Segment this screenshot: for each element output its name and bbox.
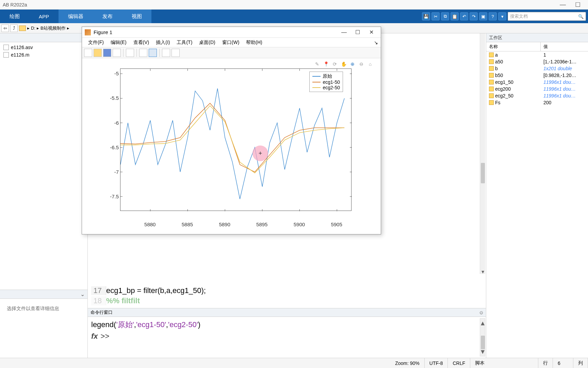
- cmdwin-scrollbar[interactable]: ▴ ▾: [480, 318, 485, 356]
- menu-help[interactable]: 帮助(H): [243, 38, 265, 47]
- panel-menu-icon[interactable]: ⊙: [479, 310, 483, 315]
- file-icon: [3, 45, 9, 50]
- zoomout-icon[interactable]: ⊖: [358, 60, 365, 68]
- workspace-row[interactable]: b50[0.9828,-1.20…: [486, 72, 588, 79]
- variable-icon: [489, 87, 494, 91]
- dropdown-icon[interactable]: ▾: [498, 12, 506, 20]
- figure-titlebar[interactable]: Figure 1 ― ☐ ✕: [82, 27, 381, 38]
- datatip-icon[interactable]: 📍: [322, 60, 330, 68]
- menu-view[interactable]: 查看(V): [130, 38, 153, 47]
- undo-icon[interactable]: ↶: [460, 12, 468, 20]
- maximize-button[interactable]: ☐: [351, 29, 364, 35]
- workspace-row[interactable]: ecg20011996x1 dou…: [486, 86, 588, 92]
- tab-editor[interactable]: 编辑器: [59, 10, 93, 23]
- menu-insert[interactable]: 插入(I): [152, 38, 173, 47]
- open-icon[interactable]: [94, 49, 102, 57]
- variable-icon: [489, 100, 494, 105]
- save-icon[interactable]: [103, 49, 111, 57]
- path-drive[interactable]: D:: [31, 26, 35, 31]
- menu-tools[interactable]: 工具(T): [173, 38, 196, 47]
- plot-area[interactable]: ✎ 📍 ⟳ ✋ ⊕ ⊖ ⌂ 原始 ecg1-50 ecg2-50 + -5-5.…: [82, 58, 381, 234]
- legend-item: 原始: [323, 73, 332, 79]
- workspace-row[interactable]: a1: [486, 51, 588, 58]
- file-list[interactable]: e1126.asv e1126.m: [0, 42, 87, 290]
- menu-file[interactable]: 文件(F): [85, 38, 107, 47]
- editor-scrollbar[interactable]: ▾: [480, 33, 485, 274]
- folder-icon[interactable]: [19, 26, 26, 31]
- scroll-down-icon[interactable]: ▾: [480, 347, 485, 356]
- y-tick-label: -6: [102, 120, 119, 125]
- command-window[interactable]: legend('原始','ecg1-50','ecg2-50') fx >> ▴…: [88, 317, 486, 358]
- paste-icon[interactable]: 📋: [451, 12, 459, 20]
- tab-view[interactable]: 视图: [122, 10, 151, 23]
- menu-window[interactable]: 窗口(W): [219, 38, 243, 47]
- y-tick-label: -5: [102, 71, 119, 76]
- col-value[interactable]: 值: [541, 42, 588, 51]
- workspace-row[interactable]: b1x201 double: [486, 65, 588, 72]
- code-line[interactable]: 18 %% filtfilt: [88, 296, 480, 306]
- status-eol: CRLF: [448, 358, 470, 368]
- cut-icon[interactable]: ✂: [431, 12, 440, 20]
- print-icon[interactable]: [113, 49, 121, 57]
- tab-app[interactable]: APP: [29, 10, 59, 23]
- nav-up-icon[interactable]: ⤴: [10, 25, 18, 32]
- col-name[interactable]: 名称: [486, 42, 541, 51]
- tab-publish[interactable]: 发布: [93, 10, 122, 23]
- link-icon[interactable]: [126, 49, 134, 57]
- menu-desktop[interactable]: 桌面(D): [196, 38, 218, 47]
- nav-back-icon[interactable]: ⇦: [1, 25, 9, 32]
- pointer-icon[interactable]: [162, 49, 170, 57]
- clipboard-icon[interactable]: ▣: [479, 12, 487, 20]
- grid1-icon[interactable]: [139, 49, 147, 57]
- workspace-row[interactable]: Fs200: [486, 99, 588, 106]
- inspector-icon[interactable]: [172, 49, 180, 57]
- grid2-icon[interactable]: [149, 49, 157, 57]
- axes[interactable]: 原始 ecg1-50 ecg2-50 +: [120, 68, 352, 211]
- file-icon: [3, 52, 9, 58]
- var-name: b: [495, 66, 498, 71]
- code-line[interactable]: 17 ecg1_bp = filter(b,a,ecg1_50);: [88, 286, 480, 296]
- scroll-thumb[interactable]: [481, 163, 485, 183]
- figure-menubar: 文件(F) 编辑(E) 查看(V) 插入(I) 工具(T) 桌面(D) 窗口(W…: [82, 38, 381, 47]
- command-window-header: 命令行窗口 ⊙: [88, 308, 486, 317]
- y-tick-label: -7.5: [102, 193, 119, 199]
- rotate-icon[interactable]: ⟳: [331, 60, 339, 68]
- menu-expand-icon[interactable]: ↘: [374, 40, 378, 45]
- workspace-body[interactable]: a1a50[1,-1.2036e-1…b1x201 doubleb50[0.98…: [486, 51, 588, 106]
- workspace-title: 工作区: [486, 33, 588, 42]
- minimize-button[interactable]: ―: [555, 1, 570, 8]
- brush-icon[interactable]: ✎: [313, 60, 321, 68]
- legend[interactable]: 原始 ecg1-50 ecg2-50: [309, 72, 343, 92]
- figure-window[interactable]: Figure 1 ― ☐ ✕ 文件(F) 编辑(E) 查看(V) 插入(I) 工…: [82, 27, 381, 234]
- close-button[interactable]: ✕: [364, 29, 378, 35]
- search-docs-input[interactable]: 搜索文档 🔍: [508, 12, 586, 21]
- workspace-row[interactable]: ecg2_5011996x1 dou…: [486, 92, 588, 99]
- list-item[interactable]: e1126.asv: [3, 44, 85, 51]
- fx-icon[interactable]: fx: [91, 332, 98, 341]
- menu-edit[interactable]: 编辑(E): [107, 38, 130, 47]
- var-value: 1x201 double: [541, 65, 588, 72]
- separator: [136, 49, 137, 57]
- minimize-button[interactable]: ―: [337, 29, 351, 35]
- copy-icon[interactable]: ⧉: [441, 12, 449, 20]
- tab-plot[interactable]: 绘图: [0, 10, 29, 23]
- status-zoom[interactable]: Zoom: 90%: [390, 358, 425, 368]
- scroll-up-icon[interactable]: ▴: [480, 319, 485, 327]
- var-name: ecg2_50: [495, 93, 513, 98]
- x-tick-label: 5895: [256, 221, 267, 227]
- save-icon[interactable]: 💾: [422, 12, 430, 20]
- variable-icon: [489, 73, 494, 78]
- chevron-down-icon[interactable]: ⌄: [80, 291, 85, 297]
- restore-icon[interactable]: ⌂: [366, 60, 374, 68]
- new-icon[interactable]: [84, 49, 92, 57]
- maximize-button[interactable]: ☐: [570, 1, 585, 9]
- list-item[interactable]: e1126.m: [3, 51, 85, 59]
- path-folder[interactable]: B站视频制作: [40, 25, 66, 31]
- zoomin-icon[interactable]: ⊕: [349, 60, 356, 68]
- workspace-row[interactable]: a50[1,-1.2036e-1…: [486, 58, 588, 65]
- workspace-row[interactable]: ecg1_5011996x1 dou…: [486, 79, 588, 86]
- scroll-down-icon[interactable]: ▾: [480, 269, 486, 274]
- pan-icon[interactable]: ✋: [340, 60, 347, 68]
- help-icon[interactable]: ?: [489, 12, 497, 20]
- redo-icon[interactable]: ↷: [470, 12, 478, 20]
